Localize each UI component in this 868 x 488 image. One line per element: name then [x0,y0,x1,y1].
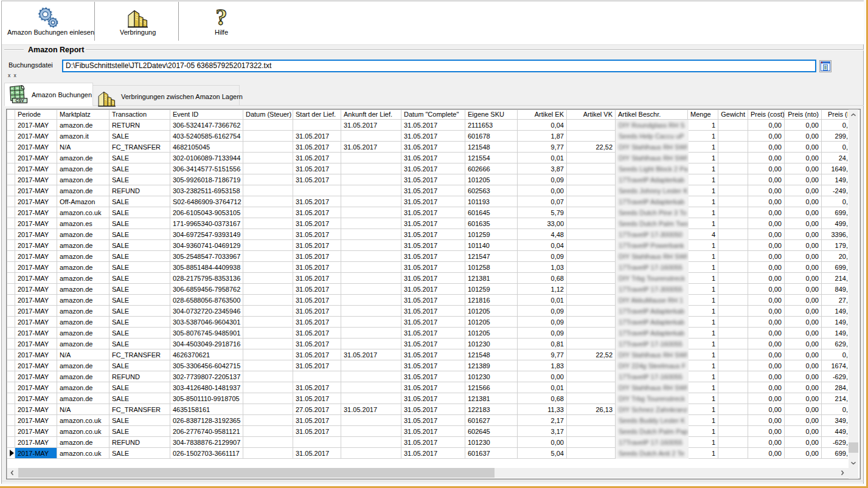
svg-text:?: ? [216,7,227,29]
svg-text:CSV: CSV [16,98,24,103]
